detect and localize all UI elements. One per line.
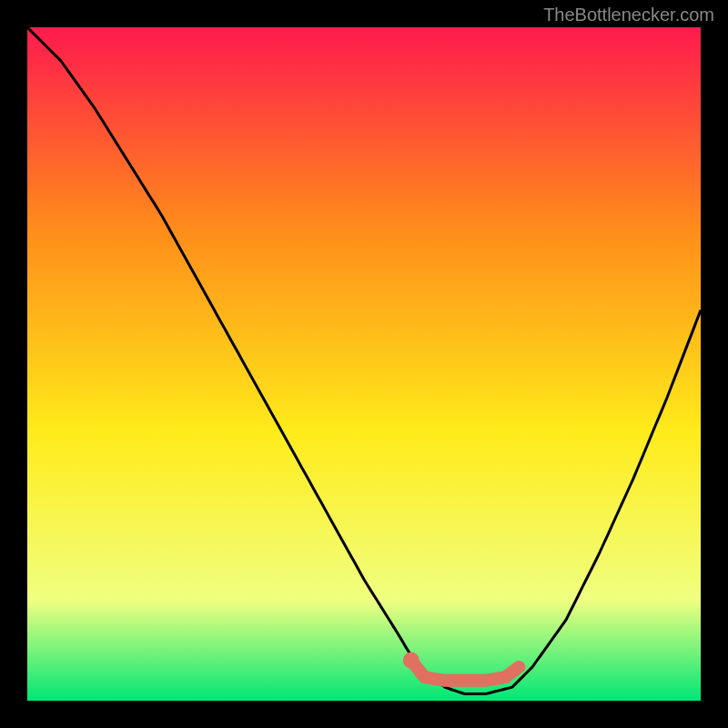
chart-container: TheBottlenecker.com <box>0 0 728 728</box>
optimal-point-dot <box>403 652 420 669</box>
plot-area <box>27 27 701 701</box>
watermark-text: TheBottlenecker.com <box>543 5 714 25</box>
gradient-background <box>27 27 701 701</box>
chart-svg <box>27 27 701 701</box>
